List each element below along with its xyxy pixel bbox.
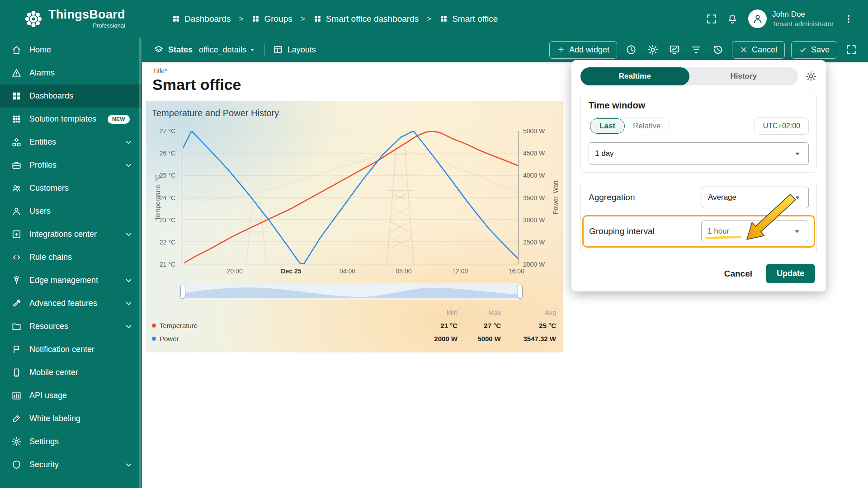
sidebar-nav: Home Alarms Dashboards Solution template… bbox=[0, 38, 142, 488]
time-range-slider[interactable] bbox=[183, 283, 520, 300]
app-edition: Professional bbox=[93, 22, 125, 29]
update-button[interactable]: Update bbox=[766, 264, 815, 283]
cancel-edit-button[interactable]: Cancel bbox=[732, 41, 785, 59]
save-button[interactable]: Save bbox=[791, 41, 837, 59]
time-window-settings-button[interactable] bbox=[805, 70, 817, 82]
option-relative[interactable]: Relative bbox=[625, 119, 669, 133]
notifications-button[interactable] bbox=[722, 9, 743, 29]
sidebar-item-label: Rule chains bbox=[29, 253, 72, 262]
caret-down-icon bbox=[792, 226, 802, 236]
breadcrumb-smart-office-d[interactable]: Smart office dashboards bbox=[313, 14, 419, 24]
breadcrumb-smart-office[interactable]: Smart office bbox=[439, 14, 498, 24]
sidebar-item-edge-management[interactable]: Edge management bbox=[0, 269, 142, 292]
time-window-button[interactable] bbox=[621, 40, 642, 60]
slider-handle-right[interactable] bbox=[518, 285, 523, 299]
groups-icon bbox=[251, 14, 260, 23]
tab-realtime[interactable]: Realtime bbox=[580, 67, 689, 85]
gear-icon bbox=[805, 70, 817, 82]
history-icon bbox=[712, 44, 724, 56]
kebab-menu-icon bbox=[843, 13, 854, 25]
legend-item-temperature[interactable]: Temperature bbox=[152, 322, 416, 329]
widget-title: Temperature and Power History bbox=[152, 108, 279, 118]
fullscreen-icon bbox=[706, 13, 717, 25]
slider-handle-left[interactable] bbox=[180, 285, 185, 299]
sidebar-item-label: Alarms bbox=[29, 68, 55, 78]
breadcrumb-dashboards[interactable]: Dashboards bbox=[172, 14, 231, 24]
filters-button[interactable] bbox=[686, 40, 707, 60]
bell-icon bbox=[726, 13, 738, 25]
toolbar-fullscreen-button[interactable] bbox=[841, 40, 862, 60]
stats-header-max[interactable]: Max bbox=[458, 309, 501, 316]
dashboard-settings-button[interactable] bbox=[642, 40, 663, 60]
breadcrumb-groups[interactable]: Groups bbox=[251, 14, 292, 24]
sidebar-item-dashboards[interactable]: Dashboards bbox=[0, 84, 142, 108]
chevron-down-icon bbox=[123, 275, 134, 286]
dashboard-title-input[interactable]: Smart office bbox=[152, 76, 241, 94]
sidebar-item-rule-chains[interactable]: Rule chains bbox=[0, 246, 142, 269]
popup-cancel-button[interactable]: Cancel bbox=[724, 269, 752, 279]
sidebar-item-entities[interactable]: Entities bbox=[0, 131, 142, 154]
user-menu-button[interactable] bbox=[838, 9, 859, 29]
sidebar-item-alarms[interactable]: Alarms bbox=[0, 61, 142, 84]
chevron-down-icon bbox=[123, 160, 134, 170]
monitor-chart-icon bbox=[669, 44, 680, 56]
user-info[interactable]: John Doe Tenant administrator bbox=[772, 9, 834, 28]
sidebar-item-security[interactable]: Security bbox=[0, 453, 142, 476]
sidebar-item-white-labeling[interactable]: White labeling bbox=[0, 407, 142, 430]
phone-icon bbox=[11, 367, 22, 378]
sidebar-item-notification-center[interactable]: Notification center bbox=[0, 338, 142, 361]
aggregation-card: Aggregation Average Grouping interval 1 … bbox=[580, 180, 817, 255]
time-window-card: Time window Last Relative UTC+02:00 1 da… bbox=[580, 93, 817, 173]
layouts-button[interactable]: Layouts bbox=[288, 45, 316, 55]
temperature-min: 21 °C bbox=[416, 322, 458, 329]
sidebar-item-users[interactable]: Users bbox=[0, 200, 142, 223]
entity-aliases-button[interactable] bbox=[664, 40, 685, 60]
power-series-dot bbox=[152, 337, 156, 341]
brush-icon bbox=[11, 413, 22, 424]
sidebar-item-integrations-center[interactable]: Integrations center bbox=[0, 223, 142, 246]
sidebar-item-solution-templates[interactable]: Solution templatesNEW bbox=[0, 108, 142, 131]
chevron-down-icon bbox=[123, 137, 134, 147]
chart-plot bbox=[183, 131, 519, 264]
chevron-down-icon bbox=[123, 298, 134, 309]
briefcase-icon bbox=[11, 160, 22, 170]
version-control-button[interactable] bbox=[708, 40, 728, 60]
shield-icon bbox=[11, 460, 22, 470]
tab-history[interactable]: History bbox=[689, 67, 798, 85]
thingsboard-logo[interactable]: ThingsBoard Professional bbox=[0, 9, 142, 29]
timewindow-interval-select[interactable]: 1 day bbox=[589, 142, 809, 165]
slider-preview bbox=[183, 283, 520, 300]
sidebar-item-label: Advanced features bbox=[29, 299, 97, 308]
header-fullscreen-button[interactable] bbox=[701, 9, 722, 29]
option-last[interactable]: Last bbox=[590, 118, 625, 134]
sidebar-item-settings[interactable]: Settings bbox=[0, 430, 142, 453]
legend-label: Temperature bbox=[160, 322, 198, 329]
thingsboard-logo-icon bbox=[24, 9, 43, 29]
sidebar-item-advanced-features[interactable]: Advanced features bbox=[0, 292, 142, 315]
legend-item-power[interactable]: Power bbox=[152, 335, 416, 343]
thingsboard-app: ThingsBoard Professional Dashboards > Gr… bbox=[0, 0, 868, 488]
popup-header-row: Realtime History bbox=[580, 67, 817, 85]
user-avatar[interactable] bbox=[748, 9, 767, 28]
states-select[interactable]: office_details bbox=[199, 45, 246, 55]
stats-header-min[interactable]: Min bbox=[416, 309, 458, 316]
sidebar-item-mobile-center[interactable]: Mobile center bbox=[0, 361, 142, 384]
sidebar-item-profiles[interactable]: Profiles bbox=[0, 154, 142, 177]
grouping-interval-select[interactable]: 1 hour bbox=[701, 221, 808, 242]
flag-icon bbox=[11, 344, 22, 355]
add-widget-button[interactable]: Add widget bbox=[549, 41, 617, 59]
chevron-down-icon bbox=[123, 229, 134, 239]
sidebar-item-resources[interactable]: Resources bbox=[0, 315, 142, 338]
sidebar-item-home[interactable]: Home bbox=[0, 38, 142, 61]
aggregation-select[interactable]: Average bbox=[702, 187, 809, 208]
aggregation-value: Average bbox=[708, 193, 736, 202]
toolbar-divider bbox=[264, 43, 265, 56]
sidebar-item-label: Integrations center bbox=[29, 230, 97, 239]
stats-header-avg[interactable]: Avg bbox=[501, 309, 556, 316]
caret-down-icon[interactable] bbox=[248, 46, 256, 54]
sidebar-item-api-usage[interactable]: API usage bbox=[0, 384, 142, 407]
dashboards-icon bbox=[11, 91, 22, 101]
sidebar-item-customers[interactable]: Customers bbox=[0, 177, 142, 200]
timezone-button[interactable]: UTC+02:00 bbox=[755, 117, 809, 135]
breadcrumb: Dashboards > Groups > Smart office dashb… bbox=[172, 14, 498, 24]
